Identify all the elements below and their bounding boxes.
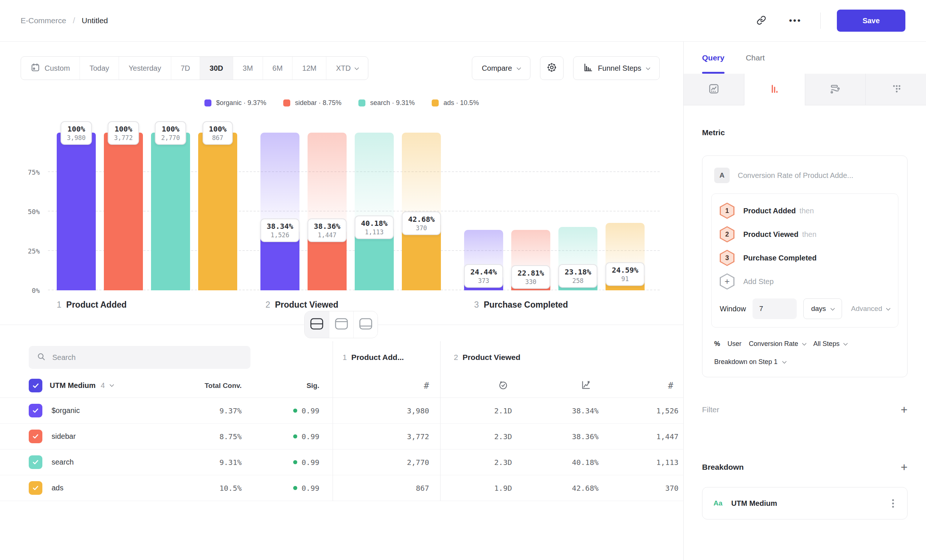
legend-swatch: [283, 100, 290, 106]
legend-item-organic[interactable]: $organic · 9.37%: [204, 99, 266, 107]
bar-value-label: 22.81%330: [511, 265, 550, 289]
breadcrumb-current[interactable]: Untitled: [82, 16, 108, 25]
range-button-yesterday[interactable]: Yesterday: [119, 57, 171, 80]
select-all-checkbox[interactable]: [29, 379, 42, 392]
bar-count: 1,113: [361, 229, 387, 236]
legend-item-sidebar[interactable]: sidebar · 8.75%: [283, 99, 342, 107]
breakdown-on-step-select[interactable]: Breakdown on Step 1: [711, 358, 898, 366]
tab-chart[interactable]: Chart: [746, 42, 765, 74]
query-step-1[interactable]: 1Product Addedthen: [720, 199, 890, 222]
query-step-3[interactable]: 3Purchase Completed: [720, 246, 890, 270]
funnel-step-captions: 1Product Added2Product Viewed3Purchase C…: [57, 300, 660, 310]
funnel-bar-sidebar-step1[interactable]: 100%3,772: [104, 133, 143, 290]
avg-time-column-icon[interactable]: [498, 380, 508, 392]
share-link-button[interactable]: [752, 12, 770, 29]
legend-item-ads[interactable]: ads · 10.5%: [432, 99, 479, 107]
table-row-organic[interactable]: $organic9.37%0.993,9802.1D38.34%1,526: [0, 398, 683, 424]
chart-type-scatter-tab[interactable]: [865, 74, 926, 105]
range-button-7d[interactable]: 7D: [171, 57, 200, 80]
layout-split-button[interactable]: [305, 311, 329, 338]
chart-type-funnel-tab[interactable]: [744, 74, 805, 105]
measure-row: % User Conversion Rate All Steps: [711, 340, 898, 348]
range-button-6m[interactable]: 6M: [263, 57, 292, 80]
row-checkbox[interactable]: [29, 430, 42, 443]
kebab-menu-icon[interactable]: [890, 497, 896, 510]
more-options-button[interactable]: •••: [787, 12, 804, 29]
funnel-bar-ads-step2[interactable]: 42.68%370: [402, 133, 441, 290]
measure-user-select[interactable]: User: [728, 340, 741, 348]
chevron-down-icon: [886, 306, 891, 310]
sig-header[interactable]: Sig.: [306, 382, 319, 390]
funnel-bar-ads-step3[interactable]: 24.59%91: [605, 133, 645, 290]
search-field[interactable]: [29, 346, 250, 369]
breakdown-column-header[interactable]: UTM Medium 4: [50, 381, 113, 390]
row-checkbox[interactable]: [29, 456, 42, 469]
breakdown-on-label: Breakdown on Step 1: [714, 358, 778, 366]
bar-count: 867: [209, 134, 227, 141]
bar-value-label: 42.68%370: [402, 212, 441, 235]
search-input[interactable]: [52, 353, 242, 362]
query-step-2[interactable]: 2Product Viewedthen: [720, 222, 890, 246]
conversion-column-icon[interactable]: [581, 380, 591, 392]
funnel-bar-search-step1[interactable]: 100%2,770: [151, 133, 190, 290]
funnel-bar-organic-step3[interactable]: 24.44%373: [464, 133, 503, 290]
range-button-xtd[interactable]: XTD: [326, 57, 368, 80]
app: E-Commerce / Untitled ••• Save CustomTod…: [0, 0, 926, 560]
chart-type-flow-tab[interactable]: [805, 74, 865, 105]
count-column-icon[interactable]: #: [668, 381, 673, 391]
range-button-today[interactable]: Today: [80, 57, 119, 80]
viewed-time-cell: 2.3D: [440, 424, 514, 449]
row-checkbox[interactable]: [29, 404, 42, 418]
window-unit-select[interactable]: days: [803, 298, 842, 319]
table-row-ads[interactable]: ads10.5%0.998671.9D42.68%370: [0, 475, 683, 501]
measure-metric-select[interactable]: Conversion Rate: [749, 340, 806, 348]
add-filter-button[interactable]: +: [900, 404, 908, 416]
tab-query[interactable]: Query: [702, 42, 725, 74]
total-conv-header[interactable]: Total Conv.: [204, 382, 242, 390]
y-tick-label: 25%: [16, 247, 40, 255]
funnel-bar-search-step2[interactable]: 40.18%1,113: [355, 133, 394, 290]
y-tick-label: 0%: [16, 287, 40, 294]
layout-chart-only-button[interactable]: [329, 311, 353, 338]
chart-settings-button[interactable]: [540, 56, 564, 80]
funnel-bar-sidebar-step3[interactable]: 22.81%330: [511, 133, 550, 290]
range-button-12m[interactable]: 12M: [292, 57, 326, 80]
metric-summary[interactable]: A Conversion Rate of Product Adde...: [711, 165, 898, 183]
range-button-custom[interactable]: Custom: [21, 57, 80, 80]
save-button[interactable]: Save: [837, 9, 905, 32]
funnel-bar-ads-step1[interactable]: 100%867: [198, 133, 237, 290]
table-row-sidebar[interactable]: sidebar8.75%0.993,7722.3D38.36%1,447: [0, 424, 683, 450]
breakdown-item[interactable]: Aa UTM Medium: [702, 487, 908, 519]
funnel-step-2: 38.34%1,52638.36%1,44740.18%1,11342.68%3…: [260, 133, 441, 290]
table-row-search[interactable]: search9.31%0.992,7702.3D40.18%1,113: [0, 450, 683, 475]
range-button-3m[interactable]: 3M: [233, 57, 263, 80]
bar-pct: 100%: [209, 124, 227, 133]
legend-item-search[interactable]: search · 9.31%: [359, 99, 415, 107]
chevron-down-icon: [830, 306, 835, 310]
legend-swatch: [204, 100, 212, 106]
range-button-30d[interactable]: 30D: [200, 57, 233, 80]
chart-type-line-tab[interactable]: [684, 74, 744, 105]
funnel-ghost-bar: [355, 133, 394, 227]
row-checkbox[interactable]: [29, 481, 42, 495]
funnel-bar-organic-step2[interactable]: 38.34%1,526: [260, 133, 300, 290]
window-value-input[interactable]: [752, 298, 797, 319]
funnel-bar-sidebar-step2[interactable]: 38.36%1,447: [307, 133, 346, 290]
table-header-groups: 1 Product Add... 2 Product Viewed: [0, 341, 683, 374]
add-breakdown-button[interactable]: +: [900, 461, 908, 473]
add-step-button[interactable]: + Add Step: [720, 270, 890, 293]
advanced-toggle[interactable]: Advanced: [851, 305, 890, 313]
breadcrumb-workspace[interactable]: E-Commerce: [21, 16, 66, 25]
total-conv-cell: 9.37%: [154, 398, 242, 423]
measure-scope-select[interactable]: All Steps: [813, 340, 847, 348]
compare-button[interactable]: Compare: [472, 56, 530, 80]
layout-table-only-button[interactable]: [353, 311, 378, 338]
funnel-bar-search-step3[interactable]: 23.18%258: [558, 133, 598, 290]
chart-type-button[interactable]: Funnel Steps: [573, 56, 660, 80]
funnel-bar-organic-step1[interactable]: 100%3,980: [57, 133, 96, 290]
significance-dot: [293, 409, 297, 413]
top-bar: E-Commerce / Untitled ••• Save: [0, 0, 926, 42]
count-column-icon[interactable]: #: [424, 381, 429, 391]
viewed-pct-cell: 38.36%: [514, 424, 599, 449]
bar-count: 370: [408, 224, 435, 232]
